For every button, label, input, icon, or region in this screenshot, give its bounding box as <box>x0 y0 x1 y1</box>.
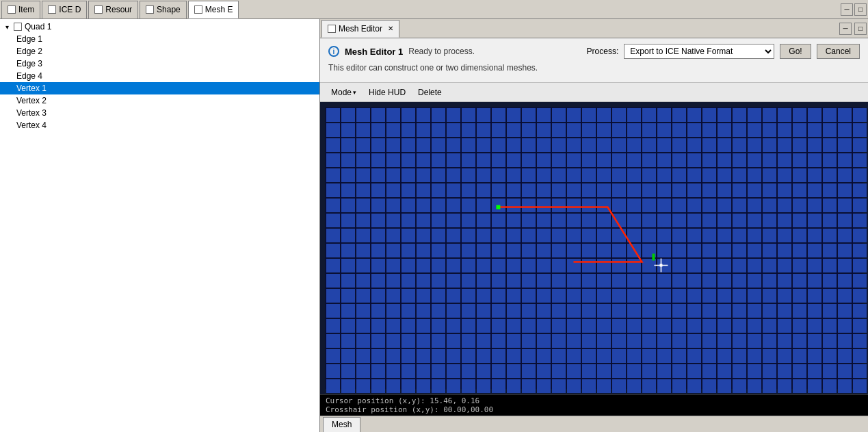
bottom-tab-mesh[interactable]: Mesh <box>323 417 360 432</box>
bottom-tab-bar: Mesh <box>320 416 868 432</box>
tab-bar: Item ICE D Resour Shape Mesh E ─ □ <box>0 0 868 19</box>
process-label: Process: <box>587 47 619 56</box>
editor-title-row: i Mesh Editor 1 Ready to process. Proces… <box>328 44 860 59</box>
left-panel: ▾ Quad 1 Edge 1 Edge 2 Edge 3 Edge 4 Ver… <box>0 19 320 432</box>
hide-hud-button[interactable]: Hide HUD <box>363 86 411 99</box>
tab-icon-iced <box>48 5 56 14</box>
tab-label-item: Item <box>18 5 34 14</box>
main-content: ▾ Quad 1 Edge 1 Edge 2 Edge 3 Edge 4 Ver… <box>0 19 868 432</box>
mesh-canvas[interactable] <box>320 102 868 394</box>
tree-item-edge1[interactable]: Edge 1 <box>0 33 319 45</box>
tree-item-label-edge1: Edge 1 <box>16 34 42 44</box>
right-panel: Mesh Editor ✕ ─ □ i Mesh Editor 1 Ready … <box>320 19 868 432</box>
hide-hud-label: Hide HUD <box>369 88 406 97</box>
mesh-toolbar: Mode ▾ Hide HUD Delete <box>320 83 868 102</box>
right-tab-controls: ─ □ <box>839 23 867 35</box>
tree-item-vertex1[interactable]: Vertex 1 <box>0 82 319 94</box>
tree-item-label-edge4: Edge 4 <box>16 71 42 81</box>
mesh-viewport[interactable] <box>320 102 868 394</box>
delete-label: Delete <box>418 88 442 97</box>
editor-description: This editor can construct one or two dim… <box>328 63 860 73</box>
bottom-tab-mesh-label: Mesh <box>332 420 352 429</box>
tree-root-quad1[interactable]: ▾ Quad 1 <box>0 21 319 33</box>
tab-icon-item <box>8 5 16 14</box>
tree-item-label-vertex2: Vertex 2 <box>16 96 47 105</box>
right-tab-bar: Mesh Editor ✕ ─ □ <box>320 19 868 38</box>
maximize-button[interactable]: □ <box>854 3 867 16</box>
tree-item-vertex2[interactable]: Vertex 2 <box>0 94 319 107</box>
tree-item-label-vertex4: Vertex 4 <box>16 120 47 130</box>
mode-menu[interactable]: Mode ▾ <box>326 86 362 99</box>
tab-resour[interactable]: Resour <box>88 1 138 18</box>
right-maximize-button[interactable]: □ <box>854 23 867 35</box>
process-select[interactable]: Export to ICE Native Format <box>624 44 774 59</box>
tree-item-vertex4[interactable]: Vertex 4 <box>0 119 319 131</box>
cursor-position: Cursor position (x,y): 15.46, 0.16 <box>326 396 863 405</box>
tree-item-label-edge3: Edge 3 <box>16 59 42 68</box>
tab-icon-meshe <box>194 5 202 14</box>
tab-iced[interactable]: ICE D <box>42 1 87 18</box>
tab-icon-resour <box>94 5 103 14</box>
info-icon: i <box>328 46 339 57</box>
mesh-editor-tab-label: Mesh Editor <box>339 24 382 34</box>
minimize-button[interactable]: ─ <box>841 3 853 16</box>
tree-root-label: Quad 1 <box>25 22 51 31</box>
mode-label: Mode <box>331 88 352 97</box>
editor-status: Ready to process. <box>408 47 475 56</box>
mesh-editor-close-icon[interactable]: ✕ <box>388 25 393 32</box>
mesh-editor-tab[interactable]: Mesh Editor ✕ <box>321 20 399 38</box>
mesh-editor-tab-icon <box>328 25 336 33</box>
go-button[interactable]: Go! <box>780 44 811 59</box>
tab-item[interactable]: Item <box>1 1 40 18</box>
tree-item-edge3[interactable]: Edge 3 <box>0 58 319 70</box>
delete-button[interactable]: Delete <box>412 86 447 99</box>
cancel-button[interactable]: Cancel <box>817 44 860 59</box>
tab-label-resour: Resour <box>105 5 132 14</box>
tree-node-icon-quad1 <box>14 23 22 31</box>
tab-icon-shape <box>146 5 154 14</box>
tab-label-shape: Shape <box>157 5 181 14</box>
tab-label-iced: ICE D <box>59 5 81 14</box>
tree-item-edge2[interactable]: Edge 2 <box>0 45 319 58</box>
mode-arrow-icon: ▾ <box>353 89 356 96</box>
tree-item-label-vertex1: Vertex 1 <box>16 84 47 93</box>
editor-header: i Mesh Editor 1 Ready to process. Proces… <box>320 38 868 83</box>
tree-item-label-vertex3: Vertex 3 <box>16 108 47 118</box>
crosshair-position: Crosshair position (x,y): 00.00,00.00 <box>326 405 863 414</box>
right-minimize-button[interactable]: ─ <box>839 23 852 35</box>
tab-controls: ─ □ <box>841 3 867 16</box>
status-bar: Cursor position (x,y): 15.46, 0.16 Cross… <box>320 394 868 416</box>
tree-item-edge4[interactable]: Edge 4 <box>0 70 319 82</box>
tab-meshe[interactable]: Mesh E <box>188 1 239 18</box>
tree-item-vertex3[interactable]: Vertex 3 <box>0 107 319 119</box>
tree-area: ▾ Quad 1 Edge 1 Edge 2 Edge 3 Edge 4 Ver… <box>0 19 319 432</box>
tab-shape[interactable]: Shape <box>140 1 187 18</box>
tree-item-label-edge2: Edge 2 <box>16 47 42 56</box>
editor-title: Mesh Editor 1 <box>345 47 403 57</box>
tab-label-meshe: Mesh E <box>205 5 233 14</box>
tree-toggle-icon: ▾ <box>3 23 11 31</box>
